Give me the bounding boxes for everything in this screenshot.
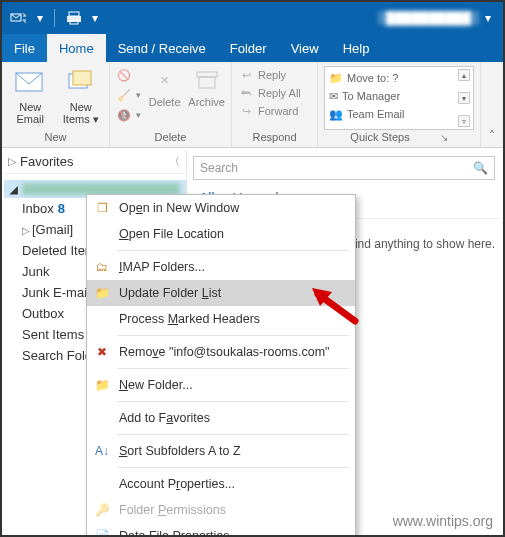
folder-context-menu: ❐ Open in New Window Open File Location … [86, 194, 356, 537]
folder-move-icon: 📁 [329, 72, 343, 85]
svg-rect-6 [73, 71, 91, 85]
delete-button: ✕ Delete [147, 66, 182, 108]
ctx-process-marked-headers[interactable]: Process Marked Headers [87, 306, 355, 332]
account-name-obscured: ██████████ [378, 11, 479, 25]
chevron-down-icon[interactable]: ▾ [479, 11, 497, 25]
dialog-launcher-icon[interactable]: ↘ [440, 132, 448, 143]
ctx-new-folder[interactable]: 📁 New Folder... [87, 372, 355, 398]
ctx-imap-folders[interactable]: 🗂 IMAP Folders... [87, 254, 355, 280]
quickstep-move-to[interactable]: Move to: ? [347, 72, 398, 84]
ctx-account-properties[interactable]: Account Properties... [87, 471, 355, 497]
group-label-respond: Respond [238, 131, 311, 145]
qat-sendreceive-icon[interactable] [8, 7, 30, 29]
chevron-down-icon[interactable]: ▾ [89, 7, 101, 29]
ribbon-collapse-icon[interactable]: ˄ [481, 62, 503, 147]
gallery-up-icon[interactable]: ▴ [458, 69, 470, 81]
reply-button: ↩Reply [238, 66, 286, 84]
new-items-icon [65, 66, 97, 98]
blank-icon [93, 475, 111, 493]
ctx-data-file-properties[interactable]: 📄 Data File Properties... [87, 523, 355, 537]
quick-steps-gallery[interactable]: 📁Move to: ? ✉To Manager 👥Team Email ▴ ▾ … [324, 66, 474, 130]
ctx-folder-permissions: 🔑 Folder Permissions [87, 497, 355, 523]
tab-send-receive[interactable]: Send / Receive [106, 34, 218, 62]
junk-button: 🚷▾ [116, 106, 141, 124]
qat-print-icon[interactable] [63, 7, 85, 29]
reply-all-button: ⮪Reply All [238, 84, 301, 102]
new-items-label: New Items ▾ [63, 101, 99, 125]
new-folder-icon: 📁 [93, 376, 111, 394]
gallery-more-icon[interactable]: ▿ [458, 115, 470, 127]
tab-help[interactable]: Help [331, 34, 382, 62]
quickstep-to-manager[interactable]: To Manager [342, 90, 400, 102]
blank-icon [93, 310, 111, 328]
search-input[interactable]: Search 🔍 [193, 156, 495, 180]
svg-rect-2 [67, 16, 81, 22]
tab-view[interactable]: View [279, 34, 331, 62]
favorites-header[interactable]: Favorites [20, 154, 73, 169]
ribbon-tabs: File Home Send / Receive Folder View Hel… [2, 34, 503, 62]
new-email-label: New Email [16, 101, 44, 125]
archive-button: Archive [188, 66, 225, 108]
archive-label: Archive [188, 96, 225, 108]
group-label-delete: Delete [116, 131, 225, 145]
tab-folder[interactable]: Folder [218, 34, 279, 62]
ctx-open-new-window[interactable]: ❐ Open in New Window [87, 195, 355, 221]
tab-home[interactable]: Home [47, 34, 106, 62]
ctx-remove-account[interactable]: ✖ Remove "info@tsoukalas-rooms.com" [87, 339, 355, 365]
ctx-add-to-favorites[interactable]: Add to Favorites [87, 405, 355, 431]
properties-icon: 📄 [93, 527, 111, 537]
permissions-icon: 🔑 [93, 501, 111, 519]
quickstep-team-email[interactable]: Team Email [347, 108, 404, 120]
remove-icon: ✖ [93, 343, 111, 361]
forward-icon: ↪ [238, 103, 254, 119]
ctx-open-file-location[interactable]: Open File Location [87, 221, 355, 247]
tab-file[interactable]: File [2, 34, 47, 62]
chevron-down-icon[interactable]: ▾ [34, 7, 46, 29]
new-email-button[interactable]: New Email [8, 66, 53, 125]
search-icon[interactable]: 🔍 [473, 161, 488, 175]
collapse-nav-icon[interactable]: 〈 [169, 154, 180, 169]
archive-icon [193, 66, 221, 94]
cleanup-icon: 🧹 [116, 87, 132, 103]
folder-tree-icon: 🗂 [93, 258, 111, 276]
reply-all-icon: ⮪ [238, 85, 254, 101]
folder-icon: 📁 [93, 284, 111, 302]
svg-rect-7 [197, 72, 217, 77]
cleanup-button: 🧹▾ [116, 86, 141, 104]
new-items-button[interactable]: New Items ▾ [59, 66, 104, 125]
group-label-new: New [8, 131, 103, 145]
delete-icon: ✕ [151, 66, 179, 94]
chevron-right-icon[interactable]: ▷ [8, 155, 16, 168]
title-bar: ▾ ▾ ██████████ ▾ [2, 2, 503, 34]
reply-icon: ↩ [238, 67, 254, 83]
mail-icon: ✉ [329, 90, 338, 103]
blank-icon [93, 225, 111, 243]
chevron-down-icon[interactable]: ◢ [10, 184, 18, 195]
window-icon: ❐ [93, 199, 111, 217]
ctx-update-folder-list[interactable]: 📁 Update Folder List [87, 280, 355, 306]
blank-icon [93, 409, 111, 427]
svg-rect-8 [199, 77, 215, 88]
watermark: www.wintips.org [393, 513, 493, 529]
sort-icon: A↓ [93, 442, 111, 460]
svg-rect-1 [69, 12, 79, 16]
junk-icon: 🚷 [116, 107, 132, 123]
group-label-quicksteps: Quick Steps [350, 131, 409, 143]
ctx-sort-subfolders[interactable]: A↓ Sort Subfolders A to Z [87, 438, 355, 464]
ignore-icon: 🚫 [116, 67, 132, 83]
search-placeholder: Search [200, 161, 238, 175]
ribbon: New Email New Items ▾ New 🚫 🧹▾ 🚷▾ [2, 62, 503, 148]
delete-label: Delete [149, 96, 181, 108]
forward-button: ↪Forward [238, 102, 298, 120]
ignore-button: 🚫 [116, 66, 141, 84]
mail-icon [14, 66, 46, 98]
gallery-down-icon[interactable]: ▾ [458, 92, 470, 104]
team-icon: 👥 [329, 108, 343, 121]
